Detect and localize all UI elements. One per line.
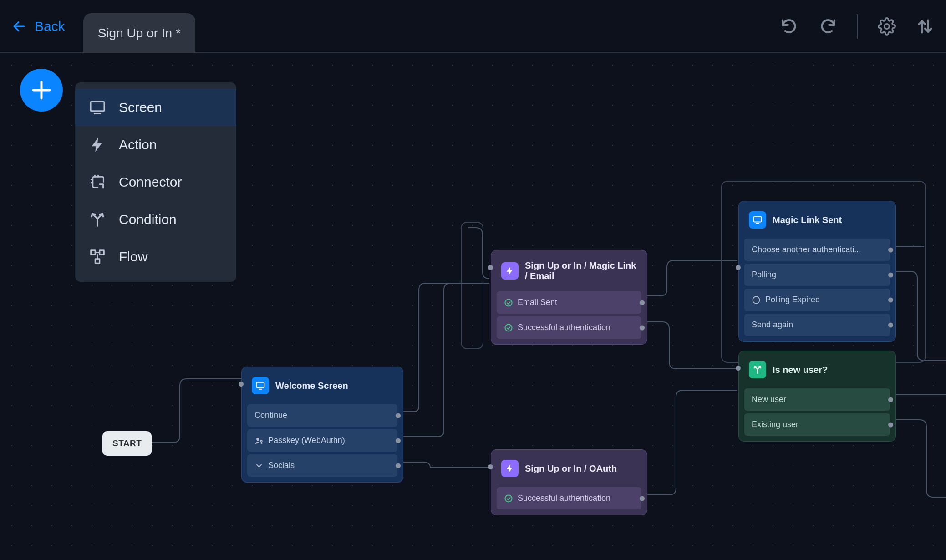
menu-item-connector[interactable]: Connector <box>75 163 236 201</box>
node-oauth-action[interactable]: Sign Up or In / OAuth Successful authent… <box>491 449 647 515</box>
branch-icon <box>753 365 763 375</box>
menu-item-label: Flow <box>119 249 147 265</box>
chevron-down-icon <box>254 461 264 470</box>
toolbar-divider <box>857 14 858 39</box>
output-port[interactable] <box>396 463 401 468</box>
sort-button[interactable] <box>915 16 935 36</box>
row-label: Polling Expired <box>765 295 820 305</box>
menu-item-label: Action <box>119 137 157 153</box>
row-label: Choose another authenticati... <box>752 245 861 255</box>
svg-rect-6 <box>91 102 104 111</box>
bolt-icon <box>505 266 515 276</box>
menu-item-flow[interactable]: Flow <box>75 238 236 275</box>
redo-button[interactable] <box>818 16 838 36</box>
output-port[interactable] <box>640 325 645 330</box>
row-label: Socials <box>268 461 295 470</box>
output-port[interactable] <box>640 300 645 305</box>
svg-point-22 <box>505 495 512 502</box>
bolt-icon <box>89 136 106 153</box>
tab-active[interactable]: Sign Up or In * <box>83 13 195 53</box>
menu-item-action[interactable]: Action <box>75 126 236 163</box>
node-output-existing-user[interactable]: Existing user <box>744 413 890 436</box>
node-magiclink-action[interactable]: Sign Up or In / Magic Link / Email Email… <box>491 250 647 345</box>
svg-point-19 <box>260 440 262 442</box>
add-node-button[interactable] <box>20 69 63 112</box>
node-header: Magic Link Sent <box>744 207 890 236</box>
row-label: Successful authentication <box>518 323 610 332</box>
menu-item-condition[interactable]: Condition <box>75 201 236 238</box>
node-is-new-user[interactable]: Is new user? New user Existing user <box>738 351 896 442</box>
row-label: Existing user <box>752 420 799 429</box>
check-icon <box>504 298 513 307</box>
redo-icon <box>819 17 837 36</box>
row-label: Email Sent <box>518 298 557 307</box>
connector-icon <box>89 173 106 191</box>
row-label: Polling <box>752 270 776 280</box>
output-port[interactable] <box>888 247 893 252</box>
branch-icon <box>89 211 106 228</box>
back-label: Back <box>35 19 65 34</box>
tab-title: Sign Up or In * <box>98 26 181 41</box>
node-output-success-auth[interactable]: Successful authentication <box>497 487 641 509</box>
menu-item-screen[interactable]: Screen <box>75 89 236 126</box>
node-magiclink-sent[interactable]: Magic Link Sent Choose another authentic… <box>738 201 896 342</box>
output-port[interactable] <box>640 496 645 501</box>
condition-badge <box>749 361 766 378</box>
screen-icon <box>89 99 106 116</box>
node-output-socials[interactable]: Socials <box>247 454 397 477</box>
action-badge <box>501 262 519 280</box>
node-output-send-again[interactable]: Send again <box>744 314 890 336</box>
start-chip[interactable]: START <box>102 431 152 456</box>
input-port[interactable] <box>239 382 244 387</box>
output-port[interactable] <box>888 397 893 402</box>
input-port[interactable] <box>488 265 493 270</box>
output-port[interactable] <box>396 413 401 418</box>
output-port[interactable] <box>888 297 893 302</box>
input-port[interactable] <box>488 464 493 469</box>
node-title: Sign Up or In / Magic Link / Email <box>525 260 637 281</box>
menu-item-label: Condition <box>119 212 177 227</box>
node-output-success-auth[interactable]: Successful authentication <box>497 316 641 339</box>
node-welcome-screen[interactable]: Welcome Screen Continue Passkey (WebAuth… <box>241 367 403 483</box>
svg-point-1 <box>885 24 890 29</box>
undo-button[interactable] <box>779 16 799 36</box>
undo-icon <box>780 17 799 36</box>
node-output-passkey[interactable]: Passkey (WebAuthn) <box>247 429 397 452</box>
top-bar: Back Sign Up or In * <box>0 0 946 53</box>
node-header: Sign Up or In / OAuth <box>497 455 641 484</box>
node-header: Welcome Screen <box>247 372 397 402</box>
node-output-choose-another[interactable]: Choose another authenticati... <box>744 239 890 261</box>
screen-badge <box>749 211 766 229</box>
action-badge <box>501 460 519 477</box>
input-port[interactable] <box>736 366 741 371</box>
gear-icon <box>878 17 896 36</box>
row-label: Passkey (WebAuthn) <box>268 436 345 445</box>
start-label: START <box>112 438 142 448</box>
input-port[interactable] <box>736 265 741 270</box>
check-icon <box>504 494 513 503</box>
plus-icon <box>29 78 54 102</box>
node-title: Sign Up or In / OAuth <box>525 463 617 474</box>
node-output-email-sent[interactable]: Email Sent <box>497 291 641 314</box>
screen-icon <box>753 215 763 225</box>
node-output-polling[interactable]: Polling <box>744 264 890 286</box>
output-port[interactable] <box>888 272 893 277</box>
flow-icon <box>89 248 106 265</box>
settings-button[interactable] <box>877 16 897 36</box>
back-button[interactable]: Back <box>12 19 65 34</box>
screen-badge <box>252 377 269 394</box>
output-port[interactable] <box>396 438 401 443</box>
group-frame-inner <box>461 222 483 349</box>
output-port[interactable] <box>888 422 893 427</box>
node-output-continue[interactable]: Continue <box>247 404 397 427</box>
node-title: Magic Link Sent <box>773 215 842 225</box>
node-output-polling-expired[interactable]: Polling Expired <box>744 289 890 311</box>
check-icon <box>504 323 513 332</box>
add-node-menu: Screen Action Connector Condition Flow <box>75 82 236 282</box>
node-output-new-user[interactable]: New user <box>744 388 890 411</box>
canvas[interactable]: Screen Action Connector Condition Flow <box>0 53 946 560</box>
passkey-icon <box>254 436 264 445</box>
output-port[interactable] <box>888 322 893 327</box>
minus-circle-icon <box>752 295 761 305</box>
menu-item-label: Connector <box>119 174 182 190</box>
